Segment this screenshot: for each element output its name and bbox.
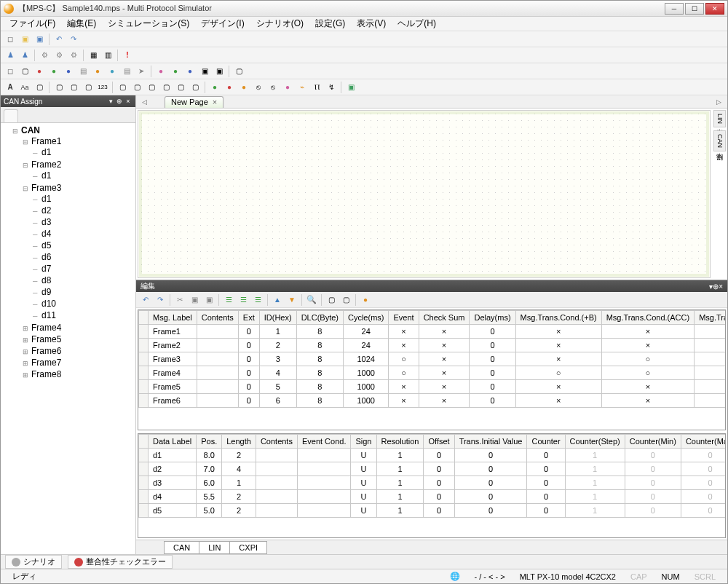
tree-root[interactable]: CAN Frame1d1Frame2d1Frame3d1d2d3d4d5d6d7… — [12, 125, 134, 381]
table-row[interactable]: d55.02U1000100 — [139, 504, 727, 518]
tree-leaf[interactable]: d4 — [33, 228, 134, 240]
side-tab-lin[interactable]: LIN割当 — [713, 110, 726, 127]
tree-frame[interactable]: Frame4 — [23, 322, 134, 334]
tab-nav-left-icon[interactable]: ◁ — [139, 98, 150, 106]
table-row[interactable]: Frame202824××0××○ — [139, 339, 727, 352]
tree-frame[interactable]: Frame7 — [23, 357, 134, 368]
t3-y-icon[interactable]: ▣ — [213, 65, 226, 78]
t4-b-icon[interactable]: ▢ — [67, 81, 80, 94]
t3-pink-icon[interactable] — [154, 65, 167, 78]
t3-a-icon[interactable] — [4, 65, 17, 78]
save-icon[interactable] — [33, 33, 46, 46]
tag-icon[interactable] — [359, 293, 372, 307]
data-col-header[interactable]: Contents — [256, 435, 297, 449]
tab-close-icon[interactable]: × — [213, 98, 217, 106]
tree-frame[interactable]: Frame5 — [23, 334, 134, 345]
t3-refresh-icon[interactable] — [183, 65, 197, 78]
msg-col-header[interactable]: Delay(ms) — [470, 311, 515, 325]
data-col-header[interactable]: Event Cond. — [297, 435, 351, 449]
table-row[interactable]: Frame60681000××0××○ — [139, 394, 727, 408]
side-tab-can[interactable]: CAN割当 — [713, 130, 726, 151]
t3-blue-icon[interactable] — [62, 65, 75, 78]
data-col-header[interactable]: Pos. — [197, 435, 222, 449]
mini-tab[interactable] — [4, 109, 18, 122]
view1-icon[interactable] — [325, 293, 338, 307]
tree-frame[interactable]: Frame6 — [23, 345, 134, 357]
tree-frame[interactable]: Frame1d1 — [23, 135, 134, 159]
user-icon[interactable] — [4, 49, 17, 62]
menu-help[interactable]: ヘルプ(H) — [392, 16, 442, 31]
msg-col-header[interactable]: Msg.Trans.Cond.(IG1) — [695, 311, 726, 325]
data-table[interactable]: Data LabelPos.LengthContentsEvent Cond.S… — [138, 434, 726, 518]
t4-q-icon[interactable]: ↯ — [325, 81, 338, 94]
tree-frame[interactable]: Frame2d1 — [23, 159, 134, 182]
new-icon[interactable] — [4, 33, 17, 46]
panel-close-icon[interactable]: × — [124, 97, 132, 106]
edit-undo-icon[interactable] — [139, 293, 152, 307]
tree-leaf[interactable]: d9 — [33, 286, 134, 298]
tool-a-icon[interactable]: ▦ — [87, 49, 100, 62]
t4-p-icon[interactable]: Ⲡ — [310, 81, 323, 94]
panel-dropdown-icon[interactable]: ▾ — [106, 97, 115, 106]
msg-col-header[interactable]: Event — [389, 311, 419, 325]
data-col-header[interactable]: Counter(Max) — [681, 435, 726, 449]
find-icon[interactable] — [305, 293, 318, 307]
t3-green-icon[interactable] — [47, 65, 60, 78]
edit-close-icon[interactable]: × — [719, 283, 723, 291]
t4-k-icon[interactable] — [223, 81, 236, 94]
t4-c-icon[interactable]: ▢ — [82, 81, 95, 94]
user2-icon[interactable] — [18, 49, 31, 62]
t4-m-icon[interactable]: ⎋ — [252, 81, 265, 94]
tree-leaf[interactable]: d1 — [33, 193, 134, 205]
edit-pin-icon[interactable]: ⊕ — [713, 283, 719, 291]
tree-frame[interactable]: Frame8 — [23, 368, 134, 380]
tree-leaf[interactable]: d8 — [33, 275, 134, 286]
t4-g-icon[interactable]: ▢ — [159, 81, 173, 94]
msg-col-header[interactable]: Cycle(ms) — [343, 311, 389, 325]
view2-icon[interactable] — [339, 293, 352, 307]
data-col-header[interactable]: Resolution — [376, 435, 424, 449]
menu-view[interactable]: 表示(V) — [351, 16, 392, 31]
t4-f-icon[interactable]: ▢ — [145, 81, 158, 94]
menu-settings[interactable]: 設定(G) — [309, 16, 351, 31]
minimize-button[interactable]: ─ — [665, 3, 684, 15]
footer-tab-scenario[interactable]: シナリオ — [5, 555, 62, 569]
table-row[interactable]: Frame50581000××0××○ — [139, 380, 727, 394]
data-col-header[interactable]: Offset — [424, 435, 454, 449]
footer-tab-errors[interactable]: 整合性チェックエラー — [68, 555, 173, 569]
t3-grad2-icon[interactable] — [120, 65, 133, 78]
canvas-tab[interactable]: New Page × — [165, 96, 223, 108]
t4-h-icon[interactable]: ▢ — [174, 81, 187, 94]
menu-scenario[interactable]: シナリオ(O) — [250, 16, 309, 31]
table-row[interactable]: d27.04U1000100 — [139, 462, 727, 476]
msg-col-header[interactable]: ID(Hex) — [259, 311, 296, 325]
tree-leaf[interactable]: d7 — [33, 263, 134, 275]
t4-a-icon[interactable]: ▢ — [52, 81, 66, 94]
tree-leaf[interactable]: d10 — [33, 298, 134, 309]
gear2-icon[interactable] — [52, 49, 66, 62]
tree-leaf[interactable]: d1 — [33, 170, 134, 181]
tab-lin[interactable]: LIN — [199, 541, 230, 554]
tree-frame[interactable]: Frame3d1d2d3d4d5d6d7d8d9d10d11 — [23, 182, 134, 322]
panel-pin-icon[interactable]: ⊕ — [115, 97, 124, 106]
menu-file[interactable]: ファイル(F) — [4, 16, 61, 31]
list3-icon[interactable] — [251, 293, 264, 307]
close-button[interactable]: ✕ — [705, 3, 724, 15]
tool-b-icon[interactable]: ▥ — [101, 49, 114, 62]
tab-nav-right-icon[interactable]: ▷ — [713, 98, 724, 106]
tree-leaf[interactable]: d3 — [33, 216, 134, 228]
t3-orange-icon[interactable] — [91, 65, 104, 78]
image-icon[interactable] — [344, 81, 357, 94]
copy-icon[interactable] — [188, 293, 201, 307]
data-col-header[interactable]: Counter(Min) — [625, 435, 681, 449]
msg-col-header[interactable]: Check Sum — [419, 311, 470, 325]
list1-icon[interactable] — [222, 293, 235, 307]
data-table-wrap[interactable]: Data LabelPos.LengthContentsEvent Cond.S… — [138, 433, 726, 538]
tree-leaf[interactable]: d6 — [33, 251, 134, 263]
font-icon[interactable] — [4, 81, 17, 94]
menu-simulation[interactable]: シミュレーション(S) — [102, 16, 195, 31]
move-up-icon[interactable] — [271, 293, 284, 307]
tree-leaf[interactable]: d11 — [33, 309, 134, 321]
t3-go-icon[interactable] — [169, 65, 182, 78]
msg-col-header[interactable]: DLC(Byte) — [296, 311, 343, 325]
